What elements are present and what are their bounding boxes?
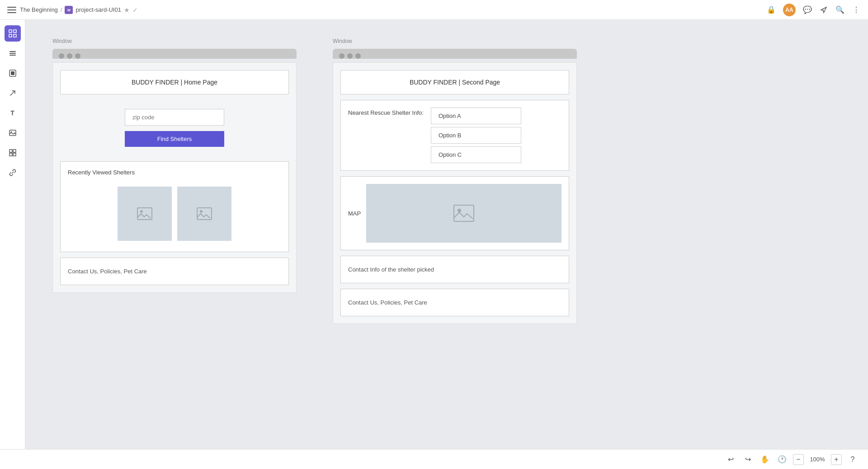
bottom-toolbar: ↩ ↪ ✋ 🕐 − 100% + ? (0, 449, 868, 469)
svg-rect-4 (9, 51, 16, 52)
svg-rect-5 (9, 53, 16, 54)
avatar[interactable]: AA (783, 4, 796, 16)
breadcrumb-home[interactable]: The Beginning (20, 6, 58, 13)
undo-button[interactable]: ↩ (724, 453, 737, 466)
option-a-button[interactable]: Option A (431, 108, 521, 124)
shelter-thumb-2[interactable] (177, 187, 231, 241)
svg-rect-12 (13, 150, 16, 152)
home-window-content: BUDDY FINDER | Home Page Find Shelters R… (52, 62, 297, 293)
option-c-button[interactable]: Option C (431, 146, 521, 163)
window-dot-2 (67, 53, 72, 59)
lock-icon[interactable]: 🔒 (767, 5, 776, 14)
zip-input[interactable] (125, 109, 224, 126)
option-b-button[interactable]: Option B (431, 127, 521, 144)
menu-icon[interactable] (7, 7, 16, 13)
recently-viewed-section: Recently Viewed Shelters (60, 161, 289, 252)
options-list: Option A Option B Option C (431, 108, 521, 163)
home-page-title: BUDDY FINDER | Home Page (60, 70, 289, 94)
project-name[interactable]: project-sard-UI01 (75, 6, 121, 13)
svg-rect-13 (9, 153, 12, 156)
history-button[interactable]: 🕐 (776, 453, 788, 466)
main-layout: T Wind (0, 20, 868, 449)
map-section: MAP (340, 176, 569, 250)
more-options-icon[interactable]: ⋮ (852, 5, 861, 14)
zoom-in-button[interactable]: + (831, 454, 842, 465)
map-image-icon (453, 202, 475, 224)
svg-point-18 (200, 210, 203, 213)
shelter-info-section: Nearest Rescue Shelter Info: Option A Op… (340, 100, 569, 171)
canvas: Window BUDDY FINDER | Home Page Find She… (25, 20, 868, 449)
breadcrumb-separator: / (61, 6, 62, 13)
zoom-level: 100% (808, 456, 826, 463)
shelter-thumb-1[interactable] (118, 187, 172, 241)
svg-rect-3 (14, 34, 16, 37)
sidebar-item-link[interactable] (5, 164, 21, 181)
sidebar-item-arrow[interactable] (5, 85, 21, 101)
svg-point-16 (140, 210, 143, 213)
sidebar-item-text[interactable]: T (5, 105, 21, 121)
sidebar-item-grid[interactable] (5, 145, 21, 161)
project-icon: w (65, 6, 73, 14)
image-placeholder-icon-1 (137, 206, 153, 222)
map-label: MAP (348, 210, 361, 217)
home-window-container: Window BUDDY FINDER | Home Page Find She… (52, 38, 297, 293)
window-dot-4 (339, 53, 344, 59)
window-dot-3 (75, 53, 80, 59)
check-icon[interactable]: ✓ (132, 6, 138, 14)
second-page-title: BUDDY FINDER | Second Page (340, 70, 569, 94)
nearest-shelter-label: Nearest Rescue Shelter Info: (348, 108, 424, 116)
second-window-container: Window BUDDY FINDER | Second Page Neares… (333, 38, 577, 324)
second-footer: Contact Us, Policies, Pet Care (340, 289, 569, 316)
topbar-left: The Beginning / w project-sard-UI01 ★ ✓ (7, 6, 761, 14)
contact-info-text: Contact Info of the shelter picked (348, 266, 434, 273)
svg-rect-19 (454, 205, 474, 221)
breadcrumb-project: w project-sard-UI01 ★ ✓ (65, 6, 137, 14)
window-dot-1 (59, 53, 64, 59)
window-dot-5 (347, 53, 353, 59)
redo-button[interactable]: ↪ (741, 453, 754, 466)
shelter-thumbnails (68, 183, 281, 244)
zoom-out-button[interactable]: − (793, 454, 804, 465)
comment-icon[interactable]: 💬 (803, 5, 812, 14)
search-icon[interactable]: 🔍 (835, 5, 844, 14)
contact-info-section: Contact Info of the shelter picked (340, 256, 569, 283)
svg-rect-8 (11, 71, 14, 75)
window-dot-6 (355, 53, 361, 59)
home-window-label: Window (52, 38, 297, 44)
map-placeholder (366, 184, 561, 243)
share-icon[interactable] (819, 5, 828, 14)
sidebar-item-layers[interactable] (5, 45, 21, 61)
sidebar-item-frames[interactable] (5, 25, 21, 42)
home-footer: Contact Us, Policies, Pet Care (60, 258, 289, 285)
svg-rect-1 (14, 30, 16, 33)
second-window-content: BUDDY FINDER | Second Page Nearest Rescu… (333, 62, 577, 324)
svg-rect-14 (13, 153, 16, 156)
svg-rect-2 (9, 34, 12, 37)
topbar: The Beginning / w project-sard-UI01 ★ ✓ … (0, 0, 868, 20)
search-area: Find Shelters (60, 100, 289, 156)
star-icon[interactable]: ★ (124, 6, 130, 14)
find-shelters-button[interactable]: Find Shelters (125, 131, 224, 147)
hand-tool-button[interactable]: ✋ (759, 453, 771, 466)
second-window-label: Window (333, 38, 577, 44)
recently-viewed-title: Recently Viewed Shelters (68, 169, 281, 176)
map-inner: MAP (348, 184, 561, 243)
svg-rect-6 (9, 55, 16, 56)
shelter-info-inner: Nearest Rescue Shelter Info: Option A Op… (348, 108, 561, 163)
sidebar-item-image[interactable] (5, 125, 21, 141)
sidebar: T (0, 20, 25, 449)
breadcrumb: The Beginning / w project-sard-UI01 ★ ✓ (20, 6, 138, 14)
home-window-frame (52, 49, 297, 59)
sidebar-item-assets[interactable] (5, 65, 21, 81)
svg-rect-11 (9, 150, 12, 152)
image-placeholder-icon-2 (196, 206, 212, 222)
topbar-right: 🔒 AA 💬 🔍 ⋮ (767, 4, 861, 16)
svg-rect-0 (9, 30, 12, 33)
help-button[interactable]: ? (846, 453, 859, 466)
second-window-frame (333, 49, 577, 59)
